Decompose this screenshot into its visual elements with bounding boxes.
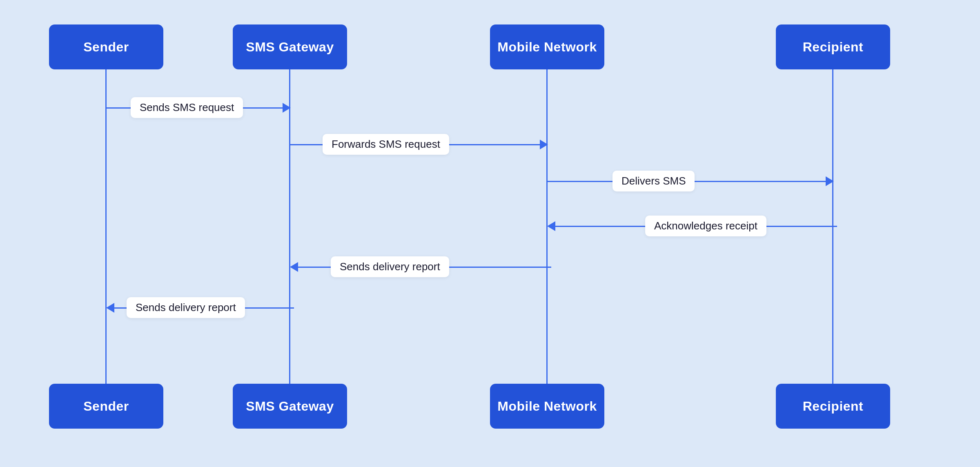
actor-sender-top: Sender xyxy=(49,24,163,69)
message-forwards-sms-request: Forwards SMS request xyxy=(290,144,551,154)
msg1-label: Sends SMS request xyxy=(131,97,243,118)
msg3-label: Delivers SMS xyxy=(612,171,695,191)
msg1-arrow xyxy=(283,103,291,113)
msg6-arrow xyxy=(106,303,114,313)
actor-recipient-top-label: Recipient xyxy=(803,40,864,55)
actor-recipient-bottom: Recipient xyxy=(776,384,890,429)
actor-sender-top-label: Sender xyxy=(83,40,129,55)
msg5-label: Sends delivery report xyxy=(331,256,449,277)
msg3-arrow xyxy=(826,176,834,186)
actor-mobile-network-top-label: Mobile Network xyxy=(497,40,597,55)
actor-recipient-top: Recipient xyxy=(776,24,890,69)
actor-mobile-network-bottom-label: Mobile Network xyxy=(497,399,597,414)
msg5-arrow xyxy=(290,262,298,272)
actor-recipient-bottom-label: Recipient xyxy=(803,399,864,414)
actor-mobile-network-bottom: Mobile Network xyxy=(490,384,604,429)
msg2-arrow xyxy=(540,140,548,149)
actor-sms-gateway-top-label: SMS Gateway xyxy=(246,40,334,55)
actor-sms-gateway-top: SMS Gateway xyxy=(233,24,347,69)
message-sends-sms-request: Sends SMS request xyxy=(106,107,294,118)
message-acknowledges-receipt: Acknowledges receipt xyxy=(547,225,837,236)
message-sends-delivery-report-2: Sends delivery report xyxy=(106,307,294,318)
message-sends-delivery-report-1: Sends delivery report xyxy=(290,266,551,277)
msg2-label: Forwards SMS request xyxy=(323,134,449,155)
msg6-label: Sends delivery report xyxy=(127,297,245,318)
actor-mobile-network-top: Mobile Network xyxy=(490,24,604,69)
actor-sender-bottom: Sender xyxy=(49,384,163,429)
actor-sms-gateway-bottom-label: SMS Gateway xyxy=(246,399,334,414)
sequence-diagram: Sender SMS Gateway Mobile Network Recipi… xyxy=(0,0,980,467)
msg4-arrow xyxy=(547,221,555,231)
actor-sms-gateway-bottom: SMS Gateway xyxy=(233,384,347,429)
msg4-label: Acknowledges receipt xyxy=(645,216,766,236)
message-delivers-sms: Delivers SMS xyxy=(547,180,837,191)
actor-sender-bottom-label: Sender xyxy=(83,399,129,414)
